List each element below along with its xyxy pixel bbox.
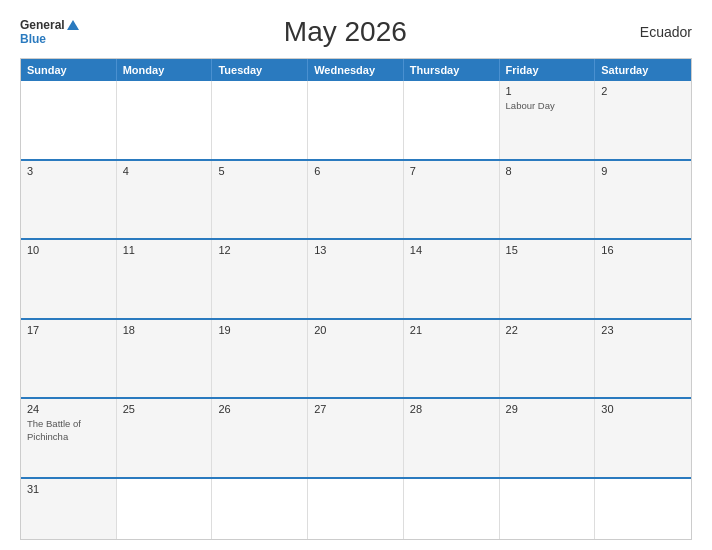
day-number: 27 bbox=[314, 403, 397, 415]
header-wednesday: Wednesday bbox=[308, 59, 404, 81]
day-cell-1-5 bbox=[404, 81, 500, 159]
day-cell-2-7: 9 bbox=[595, 161, 691, 239]
week-row-6: 31 bbox=[21, 479, 691, 539]
week-row-3: 10111213141516 bbox=[21, 240, 691, 320]
day-cell-3-7: 16 bbox=[595, 240, 691, 318]
day-number: 31 bbox=[27, 483, 110, 495]
day-number: 11 bbox=[123, 244, 206, 256]
day-number: 20 bbox=[314, 324, 397, 336]
day-cell-1-3 bbox=[212, 81, 308, 159]
day-event: Labour Day bbox=[506, 100, 589, 112]
day-number: 3 bbox=[27, 165, 110, 177]
day-cell-3-6: 15 bbox=[500, 240, 596, 318]
day-number: 7 bbox=[410, 165, 493, 177]
day-number: 21 bbox=[410, 324, 493, 336]
day-cell-3-5: 14 bbox=[404, 240, 500, 318]
day-number: 12 bbox=[218, 244, 301, 256]
calendar-body: 1Labour Day23456789101112131415161718192… bbox=[21, 81, 691, 539]
week-row-4: 17181920212223 bbox=[21, 320, 691, 400]
day-cell-6-7 bbox=[595, 479, 691, 539]
day-number: 23 bbox=[601, 324, 685, 336]
day-cell-2-6: 8 bbox=[500, 161, 596, 239]
day-cell-2-4: 6 bbox=[308, 161, 404, 239]
day-cell-3-2: 11 bbox=[117, 240, 213, 318]
day-cell-4-1: 17 bbox=[21, 320, 117, 398]
day-cell-6-3 bbox=[212, 479, 308, 539]
day-cell-5-4: 27 bbox=[308, 399, 404, 477]
day-cell-6-2 bbox=[117, 479, 213, 539]
day-cell-2-5: 7 bbox=[404, 161, 500, 239]
calendar: Sunday Monday Tuesday Wednesday Thursday… bbox=[20, 58, 692, 540]
day-number: 2 bbox=[601, 85, 685, 97]
header-monday: Monday bbox=[117, 59, 213, 81]
day-number: 17 bbox=[27, 324, 110, 336]
day-number: 22 bbox=[506, 324, 589, 336]
day-cell-4-3: 19 bbox=[212, 320, 308, 398]
day-cell-1-2 bbox=[117, 81, 213, 159]
day-number: 1 bbox=[506, 85, 589, 97]
day-cell-3-1: 10 bbox=[21, 240, 117, 318]
day-cell-2-3: 5 bbox=[212, 161, 308, 239]
day-cell-6-5 bbox=[404, 479, 500, 539]
day-number: 25 bbox=[123, 403, 206, 415]
day-cell-5-2: 25 bbox=[117, 399, 213, 477]
day-cell-5-3: 26 bbox=[212, 399, 308, 477]
day-number: 13 bbox=[314, 244, 397, 256]
logo-wrapper: GeneralBlue bbox=[20, 18, 79, 47]
day-cell-5-7: 30 bbox=[595, 399, 691, 477]
day-cell-6-6 bbox=[500, 479, 596, 539]
day-cell-6-4 bbox=[308, 479, 404, 539]
header-tuesday: Tuesday bbox=[212, 59, 308, 81]
day-cell-4-5: 21 bbox=[404, 320, 500, 398]
logo: GeneralBlue bbox=[20, 18, 79, 47]
header-sunday: Sunday bbox=[21, 59, 117, 81]
day-number: 9 bbox=[601, 165, 685, 177]
day-number: 15 bbox=[506, 244, 589, 256]
day-event: The Battle of Pichincha bbox=[27, 418, 110, 443]
header-thursday: Thursday bbox=[404, 59, 500, 81]
day-cell-2-1: 3 bbox=[21, 161, 117, 239]
day-cell-2-2: 4 bbox=[117, 161, 213, 239]
day-number: 18 bbox=[123, 324, 206, 336]
day-cell-4-7: 23 bbox=[595, 320, 691, 398]
day-cell-5-6: 29 bbox=[500, 399, 596, 477]
day-headers-row: Sunday Monday Tuesday Wednesday Thursday… bbox=[21, 59, 691, 81]
week-row-1: 1Labour Day2 bbox=[21, 81, 691, 161]
header-saturday: Saturday bbox=[595, 59, 691, 81]
day-number: 26 bbox=[218, 403, 301, 415]
day-number: 4 bbox=[123, 165, 206, 177]
day-number: 14 bbox=[410, 244, 493, 256]
calendar-header: GeneralBlue May 2026 Ecuador bbox=[20, 16, 692, 48]
day-cell-5-1: 24The Battle of Pichincha bbox=[21, 399, 117, 477]
day-cell-3-4: 13 bbox=[308, 240, 404, 318]
country-label: Ecuador bbox=[612, 24, 692, 40]
day-cell-6-1: 31 bbox=[21, 479, 117, 539]
header-friday: Friday bbox=[500, 59, 596, 81]
day-number: 24 bbox=[27, 403, 110, 415]
day-number: 28 bbox=[410, 403, 493, 415]
day-number: 19 bbox=[218, 324, 301, 336]
week-row-5: 24The Battle of Pichincha252627282930 bbox=[21, 399, 691, 479]
day-cell-3-3: 12 bbox=[212, 240, 308, 318]
calendar-title: May 2026 bbox=[79, 16, 612, 48]
day-number: 29 bbox=[506, 403, 589, 415]
day-cell-1-7: 2 bbox=[595, 81, 691, 159]
day-number: 30 bbox=[601, 403, 685, 415]
day-number: 10 bbox=[27, 244, 110, 256]
day-number: 16 bbox=[601, 244, 685, 256]
day-cell-5-5: 28 bbox=[404, 399, 500, 477]
day-cell-4-4: 20 bbox=[308, 320, 404, 398]
day-cell-1-4 bbox=[308, 81, 404, 159]
day-number: 8 bbox=[506, 165, 589, 177]
day-cell-4-2: 18 bbox=[117, 320, 213, 398]
page: GeneralBlue May 2026 Ecuador Sunday Mond… bbox=[0, 0, 712, 550]
week-row-2: 3456789 bbox=[21, 161, 691, 241]
day-cell-4-6: 22 bbox=[500, 320, 596, 398]
day-number: 6 bbox=[314, 165, 397, 177]
day-cell-1-1 bbox=[21, 81, 117, 159]
day-cell-1-6: 1Labour Day bbox=[500, 81, 596, 159]
logo-triangle-icon bbox=[67, 20, 79, 30]
day-number: 5 bbox=[218, 165, 301, 177]
